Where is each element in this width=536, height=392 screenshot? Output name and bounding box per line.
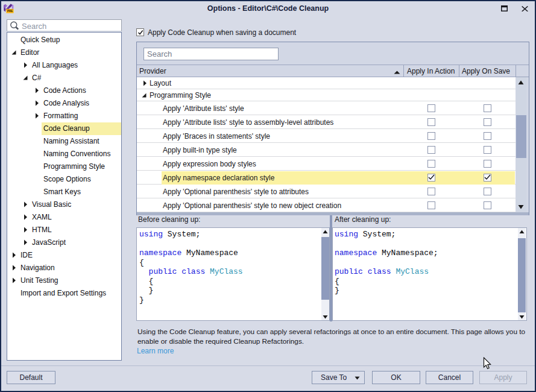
svg-text:PRE: PRE (7, 10, 12, 13)
